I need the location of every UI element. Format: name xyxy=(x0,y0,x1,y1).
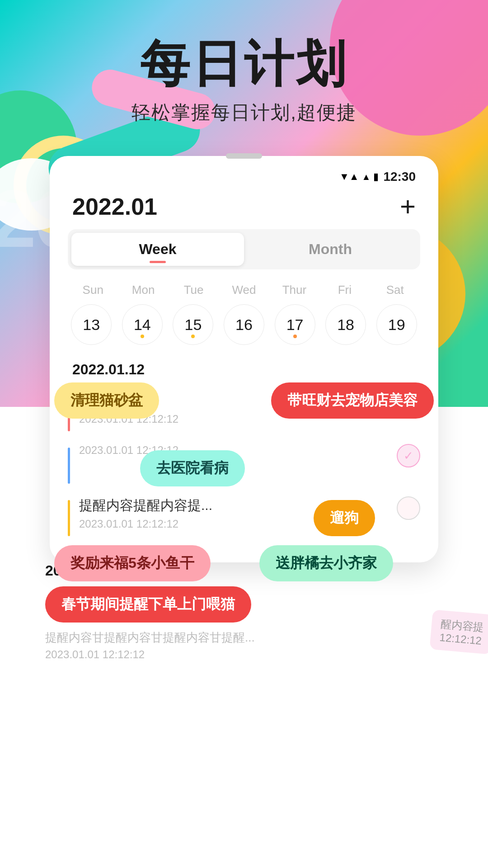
peek-card: 醒内容提 12:12:12 xyxy=(429,609,488,655)
status-icons: ▼▲ ▲ ▮ xyxy=(339,171,379,183)
hero-section: 每日计划 轻松掌握每日计划,超便捷 xyxy=(0,0,488,125)
bottom-task-text: 提醒内容甘提醒内容甘提醒内容甘提醒... xyxy=(45,630,307,646)
bottom-task-meta: 2023.01.01 12:12:12 xyxy=(45,648,443,661)
battery-icon: ▮ xyxy=(373,171,379,183)
card-wrapper: ▼▲ ▲ ▮ 12:30 2022.01 + Week Month Sun Mo… xyxy=(50,152,438,562)
floating-tag-pet-grooming[interactable]: 带旺财去宠物店美容 xyxy=(271,382,434,419)
floating-tag-send-cat[interactable]: 送胖橘去小齐家 xyxy=(259,545,393,581)
notch-bar xyxy=(226,153,262,159)
cal-date-17[interactable]: 17 xyxy=(275,304,315,345)
calendar-current-date: 2022.01 xyxy=(72,193,157,220)
weekday-fri: Fri xyxy=(319,283,370,297)
floating-tag-reward-fish[interactable]: 奖励来福5条小鱼干 xyxy=(54,545,211,581)
weekday-sun: Sun xyxy=(68,283,118,297)
task-list-container: 内容提醒内 2023.01.01 12:12:12 2023.01.01 12:… xyxy=(68,387,420,541)
floating-tag-walk-dog[interactable]: 遛狗 xyxy=(314,500,375,536)
status-time: 12:30 xyxy=(383,170,416,184)
cal-date-19[interactable]: 19 xyxy=(376,304,417,345)
weekday-thur: Thur xyxy=(269,283,319,297)
add-event-button[interactable]: + xyxy=(400,193,416,220)
cal-date-13[interactable]: 13 xyxy=(71,304,112,345)
task-line-2 xyxy=(68,448,70,484)
weekday-tue: Tue xyxy=(169,283,219,297)
signal-icon: ▲ xyxy=(362,172,371,182)
hero-title: 每日计划 xyxy=(0,36,488,91)
status-bar: ▼▲ ▲ ▮ 12:30 xyxy=(68,170,420,184)
hero-subtitle: 轻松掌握每日计划,超便捷 xyxy=(0,100,488,125)
checkmark-icon: ✓ xyxy=(404,449,413,463)
task-check-3[interactable] xyxy=(397,496,420,520)
main-card: ▼▲ ▲ ▮ 12:30 2022.01 + Week Month Sun Mo… xyxy=(50,156,438,562)
task-title-3: 提醒内容提醒内容提... xyxy=(79,496,296,515)
weekday-wed: Wed xyxy=(219,283,269,297)
dot-17 xyxy=(293,335,297,338)
cal-date-16[interactable]: 16 xyxy=(224,304,264,345)
calendar-dates: 13 14 15 16 17 18 19 xyxy=(68,304,420,345)
weekdays-header: Sun Mon Tue Wed Thur Fri Sat xyxy=(68,283,420,297)
floating-tag-clean-litterbox[interactable]: 清理猫砂盆 xyxy=(54,382,159,419)
wifi-icon: ▼▲ xyxy=(339,171,359,183)
dot-15 xyxy=(191,335,195,338)
tab-underline xyxy=(150,261,166,263)
section2-tasks: 春节期间提醒下单上门喂猫 提醒内容甘提醒内容甘提醒内容甘提醒... 2023.0… xyxy=(18,586,470,661)
floating-tag-hospital[interactable]: 去医院看病 xyxy=(140,450,245,486)
cal-date-14[interactable]: 14 xyxy=(122,304,163,345)
calendar-header: 2022.01 + xyxy=(68,189,420,229)
tab-month[interactable]: Month xyxy=(244,233,417,266)
task-check-2[interactable]: ✓ xyxy=(397,444,420,467)
weekday-sat: Sat xyxy=(370,283,420,297)
tab-week[interactable]: Week xyxy=(71,233,244,266)
weekday-mon: Mon xyxy=(118,283,168,297)
tab-switcher: Week Month xyxy=(68,229,420,269)
cal-date-15[interactable]: 15 xyxy=(173,304,213,345)
dot-14 xyxy=(141,335,144,338)
task-line-3 xyxy=(68,500,70,536)
cal-date-18[interactable]: 18 xyxy=(325,304,366,345)
floating-tag-spring-festival[interactable]: 春节期间提醒下单上门喂猫 xyxy=(45,586,251,623)
